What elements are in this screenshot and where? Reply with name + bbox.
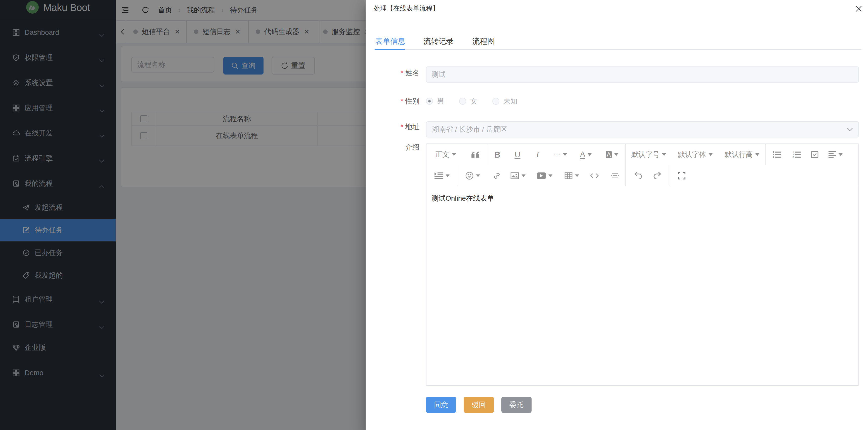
svg-text:1: 1 bbox=[793, 151, 794, 153]
svg-text:2: 2 bbox=[793, 153, 794, 156]
svg-text:3: 3 bbox=[793, 156, 794, 158]
